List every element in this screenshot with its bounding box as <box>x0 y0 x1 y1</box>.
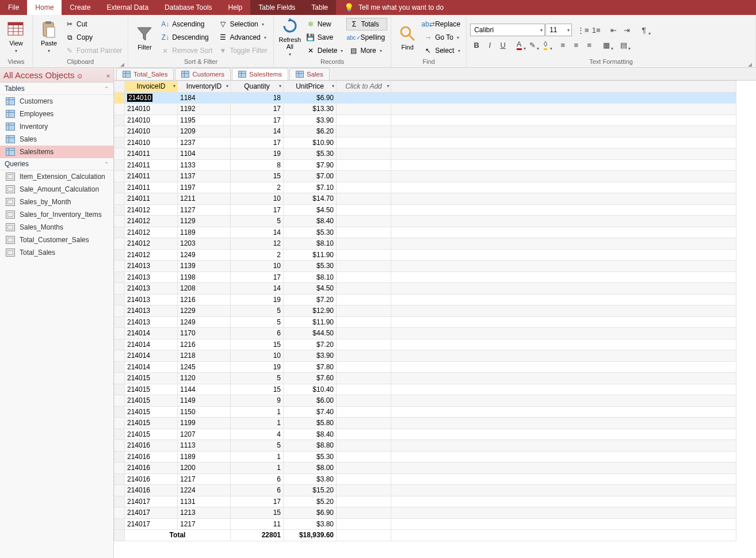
row-selector[interactable] <box>114 137 125 148</box>
row-selector[interactable] <box>114 171 125 182</box>
cell-inventoryid[interactable]: 1189 <box>178 227 231 238</box>
table-row[interactable]: 214013119817$8.10 <box>114 272 736 283</box>
cell-invoiceid[interactable]: 214015 <box>125 373 178 384</box>
row-selector[interactable] <box>114 429 125 440</box>
row-selector[interactable] <box>114 473 125 485</box>
table-row[interactable]: 214010123717$10.90 <box>114 137 736 148</box>
cell-blank[interactable] <box>391 373 736 384</box>
cell-blank[interactable] <box>337 137 391 148</box>
row-selector[interactable] <box>114 114 125 126</box>
cell-inventoryid[interactable]: 1237 <box>178 137 231 148</box>
paste-button[interactable]: Paste ▾ <box>36 17 62 58</box>
cell-inventoryid[interactable]: 1144 <box>178 384 231 395</box>
table-row[interactable]: 21401611891$5.30 <box>114 451 736 463</box>
advanced-button[interactable]: ☰Advanced▾ <box>216 31 269 44</box>
cell-invoiceid[interactable]: 214013 <box>125 294 178 305</box>
cell-unitprice[interactable]: $4.50 <box>284 204 337 216</box>
table-row[interactable]: 21401511205$7.60 <box>114 373 736 384</box>
cell-unitprice[interactable]: $6.90 <box>284 507 337 519</box>
table-row[interactable]: 21401211295$8.40 <box>114 216 736 227</box>
nav-header[interactable]: All Access Objects ⊙ « <box>0 68 113 83</box>
goto-button[interactable]: →Go To▾ <box>421 31 463 44</box>
cell-inventoryid[interactable]: 1133 <box>178 159 231 171</box>
nav-item-item_extension_calculation[interactable]: Item_Extension_Calculation <box>0 170 113 183</box>
cell-unitprice[interactable]: $4.50 <box>284 283 337 295</box>
row-selector[interactable] <box>114 328 125 339</box>
cell-inventoryid[interactable]: 1197 <box>178 182 231 193</box>
row-selector[interactable] <box>114 159 125 171</box>
cell-blank[interactable] <box>337 463 391 474</box>
row-selector[interactable] <box>114 440 125 452</box>
cell-invoiceid[interactable]: 214014 <box>125 361 178 373</box>
cell-unitprice[interactable]: $8.10 <box>284 272 337 283</box>
cell-blank[interactable] <box>337 518 391 530</box>
cell-quantity[interactable]: 17 <box>231 137 284 148</box>
align-left-button[interactable]: ≡ <box>556 39 569 51</box>
cell-unitprice[interactable]: $6.00 <box>284 395 337 407</box>
table-row[interactable]: 214010120914$6.20 <box>114 126 736 137</box>
ribbon-tab-table-fields[interactable]: Table Fields <box>250 0 303 15</box>
cell-unitprice[interactable]: $7.90 <box>284 159 337 171</box>
row-selector[interactable] <box>114 283 125 295</box>
cell-blank[interactable] <box>391 316 736 328</box>
cell-inventoryid[interactable]: 1192 <box>178 104 231 115</box>
cell-inventoryid[interactable]: 1249 <box>178 316 231 328</box>
cell-inventoryid[interactable]: 1213 <box>178 507 231 519</box>
view-button[interactable]: View ▾ <box>3 17 29 58</box>
row-selector[interactable] <box>114 339 125 350</box>
table-row[interactable]: 214014121615$7.20 <box>114 339 736 350</box>
cell-quantity[interactable]: 9 <box>231 395 284 407</box>
row-selector[interactable] <box>114 350 125 362</box>
descending-button[interactable]: Z↓Descending <box>158 31 215 44</box>
text-direction-button[interactable]: ¶▾ <box>637 24 650 36</box>
row-selector[interactable] <box>114 384 125 395</box>
cell-quantity[interactable]: 10 <box>231 261 284 272</box>
cell-invoiceid[interactable]: 214011 <box>125 171 178 182</box>
cell-blank[interactable] <box>337 249 391 261</box>
cell-blank[interactable] <box>391 294 736 305</box>
cell-blank[interactable] <box>337 272 391 283</box>
cell-quantity[interactable]: 17 <box>231 496 284 507</box>
cell-blank[interactable] <box>391 463 736 474</box>
cell-quantity[interactable]: 10 <box>231 350 284 362</box>
cell-blank[interactable] <box>391 507 736 519</box>
cell-blank[interactable] <box>391 261 736 272</box>
table-row[interactable]: 21401312295$12.90 <box>114 305 736 317</box>
cell-invoiceid[interactable]: 214014 <box>125 339 178 350</box>
cell-unitprice[interactable]: $3.90 <box>284 350 337 362</box>
cell-blank[interactable] <box>337 294 391 305</box>
cut-button[interactable]: ✂Cut <box>63 18 124 30</box>
cell-invoiceid[interactable]: 214013 <box>125 283 178 295</box>
table-row[interactable]: 214011113715$7.00 <box>114 171 736 182</box>
cell-blank[interactable] <box>391 283 736 295</box>
cell-unitprice[interactable]: $5.20 <box>284 496 337 507</box>
cell-quantity[interactable]: 12 <box>231 238 284 250</box>
cell-inventoryid[interactable]: 1200 <box>178 463 231 474</box>
table-row[interactable]: 214014121810$3.90 <box>114 350 736 362</box>
cell-inventoryid[interactable]: 1127 <box>178 204 231 216</box>
cell-invoiceid[interactable]: 214012 <box>125 216 178 227</box>
save-button[interactable]: 💾Save <box>304 31 346 44</box>
cell-invoiceid[interactable]: 214015 <box>125 418 178 429</box>
gear-icon[interactable]: ⊙ <box>77 72 82 79</box>
nav-item-sales_by_month[interactable]: Sales_by_Month <box>0 196 113 208</box>
find-button[interactable]: Find <box>395 17 420 58</box>
more-button[interactable]: ▤More▾ <box>346 44 387 57</box>
cell-unitprice[interactable]: $7.60 <box>284 373 337 384</box>
cell-blank[interactable] <box>391 518 736 530</box>
cell-invoiceid[interactable]: 214010 <box>125 137 178 148</box>
table-row[interactable]: 214010119517$3.90 <box>114 114 736 126</box>
row-selector[interactable] <box>114 496 125 507</box>
cell-blank[interactable] <box>337 328 391 339</box>
cell-blank[interactable] <box>337 418 391 429</box>
cell-quantity[interactable]: 8 <box>231 159 284 171</box>
cell-unitprice[interactable]: $8.00 <box>284 463 337 474</box>
cell-blank[interactable] <box>337 193 391 205</box>
ribbon-tab-home[interactable]: Home <box>27 0 62 15</box>
cell-invoiceid[interactable]: 214015 <box>125 406 178 418</box>
cell-blank[interactable] <box>391 204 736 216</box>
table-row[interactable]: 214014124519$7.80 <box>114 361 736 373</box>
cell-quantity[interactable]: 2 <box>231 249 284 261</box>
selection-button[interactable]: ▽Selection▾ <box>216 18 269 30</box>
cell-inventoryid[interactable]: 1208 <box>178 283 231 295</box>
